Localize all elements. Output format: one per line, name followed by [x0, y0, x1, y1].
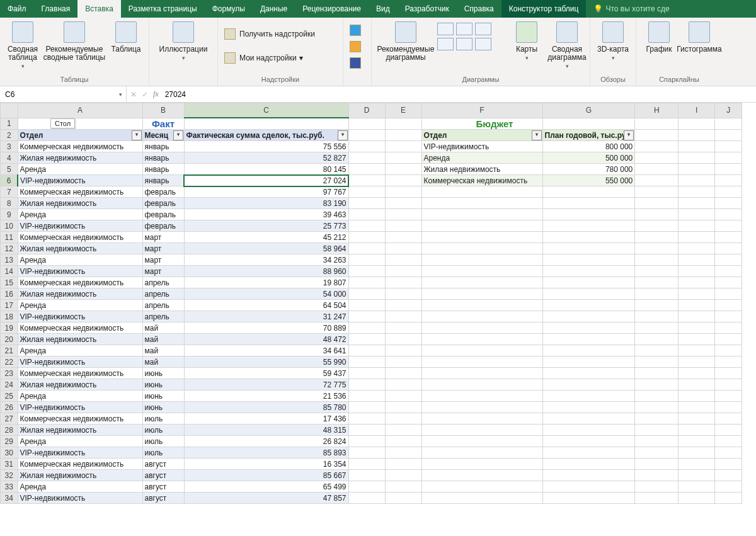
row-header-7[interactable]: 7	[1, 186, 18, 198]
cell-D10[interactable]	[348, 220, 385, 232]
cell-F8[interactable]	[421, 198, 542, 209]
cell-E22[interactable]	[385, 356, 421, 368]
cell-J32[interactable]	[715, 470, 742, 481]
cell-I7[interactable]	[679, 186, 715, 198]
cell-A19[interactable]: Коммерческая недвижимость	[18, 322, 142, 334]
cell-G26[interactable]	[542, 402, 635, 413]
cell-E8[interactable]	[385, 198, 421, 209]
cell-A23[interactable]: Коммерческая недвижимость	[18, 368, 142, 379]
cell-B14[interactable]: март	[142, 266, 184, 277]
tab-справка[interactable]: Справка	[457, 0, 501, 18]
name-box-dropdown-icon[interactable]: ▾	[119, 91, 122, 98]
cell-G29[interactable]	[542, 436, 635, 447]
cell-H19[interactable]	[635, 322, 679, 334]
cell-B32[interactable]: август	[142, 470, 184, 481]
cell-F15[interactable]	[421, 277, 542, 288]
cell-B4[interactable]: январь	[142, 152, 184, 164]
cell-G4[interactable]: 500 000	[542, 152, 635, 164]
cell-G22[interactable]	[542, 356, 635, 368]
filter-icon[interactable]: ▾	[338, 130, 348, 140]
cell-E12[interactable]	[385, 243, 421, 254]
column-header-H[interactable]: H	[635, 103, 679, 118]
cell-H29[interactable]	[635, 436, 679, 447]
cell-G27[interactable]	[542, 413, 635, 425]
cell-H7[interactable]	[635, 186, 679, 198]
cell-D3[interactable]	[348, 141, 385, 152]
cell-B28[interactable]: июль	[142, 425, 184, 436]
cell-C17[interactable]: 64 504	[184, 300, 348, 311]
cell-E18[interactable]	[385, 311, 421, 322]
cell-G30[interactable]	[542, 447, 635, 459]
cell-I28[interactable]	[679, 425, 715, 436]
cell-C6[interactable]: 27 024	[184, 175, 348, 186]
cell-D32[interactable]	[348, 470, 385, 481]
cell-H34[interactable]	[635, 493, 679, 504]
cell-I2[interactable]	[679, 130, 715, 141]
cell-G23[interactable]	[542, 368, 635, 379]
cell-I31[interactable]	[679, 459, 715, 470]
cell-H21[interactable]	[635, 345, 679, 356]
cell-E28[interactable]	[385, 425, 421, 436]
cell-A10[interactable]: VIP-недвижимость	[18, 220, 142, 232]
row-header-31[interactable]: 31	[1, 459, 18, 470]
cell-H20[interactable]	[635, 334, 679, 345]
tab-данные[interactable]: Данные	[253, 0, 295, 18]
cell-D33[interactable]	[348, 481, 385, 493]
cell-J34[interactable]	[715, 493, 742, 504]
cell-H9[interactable]	[635, 209, 679, 220]
cell-G11[interactable]	[542, 232, 635, 243]
maps-button[interactable]: Карты▾	[507, 20, 547, 61]
row-header-9[interactable]: 9	[1, 209, 18, 220]
cell-A15[interactable]: Коммерческая недвижимость	[18, 277, 142, 288]
cell-A9[interactable]: Аренда	[18, 209, 142, 220]
tab-разработчик[interactable]: Разработчик	[398, 0, 457, 18]
cell-J23[interactable]	[715, 368, 742, 379]
cell-D18[interactable]	[348, 311, 385, 322]
cell-I1[interactable]	[679, 118, 715, 130]
cell-E27[interactable]	[385, 413, 421, 425]
cell-A33[interactable]: Аренда	[18, 481, 142, 493]
cell-E24[interactable]	[385, 379, 421, 391]
cell-E9[interactable]	[385, 209, 421, 220]
bing-maps-button[interactable]	[346, 23, 369, 38]
cell-D22[interactable]	[348, 356, 385, 368]
row-header-12[interactable]: 12	[1, 243, 18, 254]
cell-I9[interactable]	[679, 209, 715, 220]
cell-E11[interactable]	[385, 232, 421, 243]
cell-G7[interactable]	[542, 186, 635, 198]
cell-G15[interactable]	[542, 277, 635, 288]
cell-J1[interactable]	[715, 118, 742, 130]
cell-B31[interactable]: август	[142, 459, 184, 470]
cell-I16[interactable]	[679, 288, 715, 300]
cell-J13[interactable]	[715, 254, 742, 266]
cell-F3[interactable]: VIP-недвижимость	[421, 141, 542, 152]
cell-I30[interactable]	[679, 447, 715, 459]
3d-map-button[interactable]: 3D-карта▾	[593, 20, 633, 61]
cell-H30[interactable]	[635, 447, 679, 459]
cell-C25[interactable]: 21 536	[184, 391, 348, 402]
cell-D19[interactable]	[348, 322, 385, 334]
tell-me-search[interactable]: 💡Что вы хотите сде	[586, 0, 677, 18]
tab-рецензирование[interactable]: Рецензирование	[295, 0, 369, 18]
cell-I23[interactable]	[679, 368, 715, 379]
cell-E29[interactable]	[385, 436, 421, 447]
cell-C33[interactable]: 65 499	[184, 481, 348, 493]
cell-B10[interactable]: февраль	[142, 220, 184, 232]
cell-A20[interactable]: Жилая недвижимость	[18, 334, 142, 345]
cell-I18[interactable]	[679, 311, 715, 322]
cell-A18[interactable]: VIP-недвижимость	[18, 311, 142, 322]
cell-D20[interactable]	[348, 334, 385, 345]
row-header-32[interactable]: 32	[1, 470, 18, 481]
cell-B8[interactable]: февраль	[142, 198, 184, 209]
cell-H24[interactable]	[635, 379, 679, 391]
cell-J10[interactable]	[715, 220, 742, 232]
cell-G17[interactable]	[542, 300, 635, 311]
cell-E13[interactable]	[385, 254, 421, 266]
cell-H22[interactable]	[635, 356, 679, 368]
cell-H31[interactable]	[635, 459, 679, 470]
cell-I34[interactable]	[679, 493, 715, 504]
cell-B23[interactable]: июнь	[142, 368, 184, 379]
column-header-I[interactable]: I	[679, 103, 715, 118]
filter-icon[interactable]: ▾	[173, 130, 183, 140]
row-header-20[interactable]: 20	[1, 334, 18, 345]
